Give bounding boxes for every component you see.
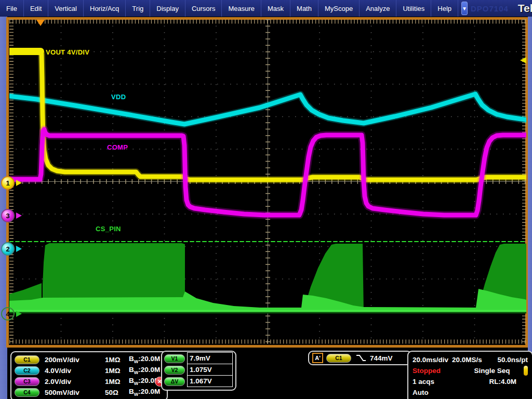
acqs-row: 1 acqs RL:4.0M (413, 376, 528, 387)
acquisitions-count: 1 acqs (413, 378, 434, 385)
channel-3-arrow-icon (16, 212, 22, 219)
c3-impedance: 1MΩ (105, 378, 129, 385)
status-row: Stopped Single Seq (413, 365, 528, 376)
menu-utilities[interactable]: Utilities (396, 0, 431, 17)
menu-edit[interactable]: Edit (24, 0, 48, 17)
channel-2-arrow-icon (16, 246, 22, 252)
c4-bandwidth: BW:20.0M (129, 388, 160, 397)
cursor-dv-row: ΔV 1.067V (164, 376, 233, 387)
c4-scale: 500mV/div (45, 389, 105, 396)
cursor-v2-row: V2 1.075V (164, 364, 233, 376)
trigger-mode-row: Auto (413, 387, 528, 397)
channel-1-marker[interactable]: 1 (1, 176, 22, 190)
c1-impedance: 1MΩ (105, 356, 129, 364)
channel-2-marker[interactable]: 2 (1, 242, 22, 256)
menu-cursors[interactable]: Cursors (185, 0, 222, 17)
timebase-value: 20.0ms/div (413, 356, 448, 364)
v2-button[interactable]: V2 (164, 366, 185, 375)
channel-row-c3: C3 2.0V/div 1MΩ BW:20.0M ✕ (15, 376, 164, 387)
sample-rate-value: 20.0MS/s (452, 356, 482, 364)
menu-analyze[interactable]: Analyze (360, 0, 396, 17)
oscilloscope-screen: File Edit Vertical Horiz/Acq Trig Displa… (0, 0, 532, 399)
trigger-panel: A' C1 744mV (308, 351, 412, 365)
c4-button[interactable]: C4 (15, 388, 39, 397)
label-cs-pin: CS_PIN (96, 225, 121, 233)
c1-scale: 200mV/div (45, 356, 105, 364)
channel-4-marker[interactable]: 4 (1, 307, 22, 321)
delta-v-button[interactable]: ΔV (164, 377, 185, 386)
falling-edge-icon (355, 354, 367, 362)
c3-scale: 2.0V/div (45, 378, 105, 385)
c1-button[interactable]: C1 (15, 355, 39, 364)
v1-button[interactable]: V1 (164, 354, 185, 363)
label-vdd: VDD (111, 93, 126, 101)
acquisition-status: Stopped (413, 367, 460, 375)
channel-row-c1: C1 200mV/div 1MΩ BW:20.0M (15, 354, 164, 365)
v1-value: 7.9mV (187, 352, 233, 364)
cursor-readout-panel: V1 7.9mV V2 1.075V ΔV 1.067V (161, 351, 236, 391)
resolution-value: 50.0ns/pt (497, 356, 528, 364)
channel-3-marker[interactable]: 3 (1, 209, 22, 222)
channel-4-arrow-icon (16, 311, 22, 317)
menu-vertical[interactable]: Vertical (48, 0, 84, 17)
c1-bandwidth: BW:20.0M (129, 355, 160, 364)
trigger-mode-value: Auto (413, 389, 429, 396)
c3-button[interactable]: C3 (15, 377, 39, 386)
channel-row-c4: C4 500mV/div 50Ω BW:20.0M (15, 387, 164, 397)
model-label: DPO7104 (471, 4, 509, 13)
trigger-source-badge[interactable]: A' (312, 353, 323, 363)
label-vout: VOUT 4V/DIV (46, 48, 89, 56)
record-length-value: RL:4.0M (489, 378, 516, 385)
trigger-level-value: 744mV (370, 354, 393, 362)
menu-horiz-acq[interactable]: Horiz/Acq (84, 0, 126, 17)
menu-help[interactable]: Help (431, 0, 458, 17)
trigger-channel-button[interactable]: C1 (326, 354, 351, 363)
waveform-display (0, 0, 532, 399)
acquisition-panel: 20.0ms/div 20.0MS/s 50.0ns/pt Stopped Si… (407, 351, 532, 399)
acquisition-mode: Single Seq (460, 367, 524, 375)
chevron-down-icon: ▼ (462, 6, 467, 11)
c2-bandwidth: BW:20.0M (129, 366, 160, 375)
menu-bar: File Edit Vertical Horiz/Acq Trig Displa… (0, 0, 532, 17)
delta-v-value: 1.067V (187, 375, 233, 387)
c2-button[interactable]: C2 (15, 366, 39, 375)
menu-trig[interactable]: Trig (126, 0, 150, 17)
c4-impedance: 50Ω (105, 389, 129, 396)
menu-myscope[interactable]: MyScope (318, 0, 360, 17)
menu-measure[interactable]: Measure (222, 0, 261, 17)
channel-row-c2: C2 4.0V/div 1MΩ BW:20.0M (15, 365, 164, 376)
c2-scale: 4.0V/div (45, 367, 105, 375)
channels-panel: C1 200mV/div 1MΩ BW:20.0M C2 4.0V/div 1M… (10, 351, 168, 399)
menu-overflow-button[interactable]: ▼ (461, 2, 468, 15)
channel-1-arrow-icon (16, 180, 22, 186)
c2-impedance: 1MΩ (105, 367, 129, 375)
cursor-v1-row: V1 7.9mV (164, 353, 233, 364)
timebase-row: 20.0ms/div 20.0MS/s 50.0ns/pt (413, 354, 528, 365)
menu-mask[interactable]: Mask (261, 0, 290, 17)
menu-math[interactable]: Math (290, 0, 318, 17)
titlebar-right: DPO7104 Tek — ✕ (471, 0, 532, 17)
v2-value: 1.075V (187, 364, 233, 376)
label-comp: COMP (107, 143, 128, 151)
menu-file[interactable]: File (0, 0, 24, 17)
menu-display[interactable]: Display (150, 0, 185, 17)
thermometer-icon (524, 366, 528, 376)
tek-logo: Tek (518, 2, 532, 15)
